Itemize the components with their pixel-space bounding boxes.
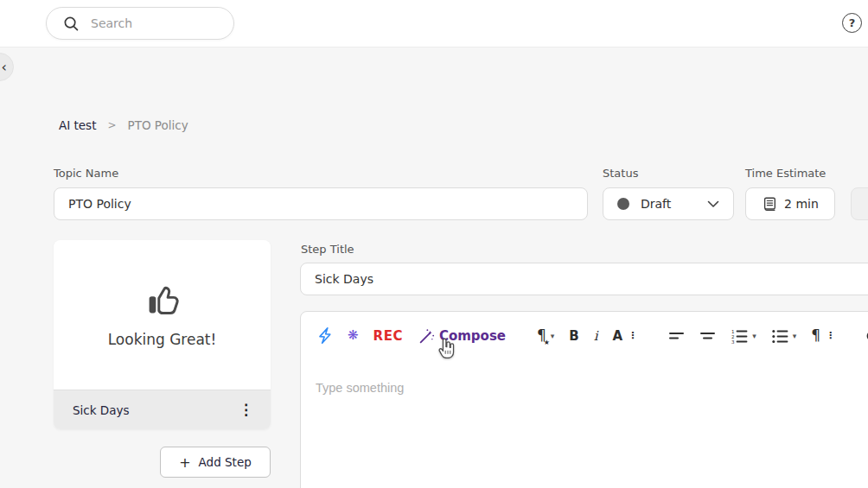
more-dots-icon: ⋮ [628, 330, 637, 341]
topic-name-input[interactable] [54, 187, 588, 220]
editor-toolbar: ❋ REC Compose [301, 312, 868, 348]
sidebar-collapse-button[interactable]: ‹ [0, 53, 14, 81]
numbered-list-icon: 1 2 3 [731, 328, 748, 344]
align-left-icon [668, 329, 685, 343]
help-button[interactable]: ? [842, 13, 862, 33]
text-format-icon: A [613, 328, 623, 344]
italic-button[interactable]: i [592, 326, 600, 345]
insert-link-button[interactable] [865, 327, 868, 345]
steps-panel: Looking Great! Sick Days ⋮ [54, 240, 271, 429]
thumbs-up-icon [144, 282, 181, 318]
steps-preview-card: Looking Great! [54, 240, 271, 390]
flower-burst-icon: ❋ [348, 329, 359, 342]
step-options-kebab-button[interactable]: ⋮ [233, 399, 258, 421]
text-format-button[interactable]: A ⋮ [611, 326, 640, 345]
bold-button[interactable]: B [567, 326, 580, 345]
editor-content-area[interactable]: Type something [301, 348, 868, 396]
search-input[interactable] [91, 16, 212, 30]
step-title-input[interactable] [300, 263, 868, 295]
time-estimate-label: Time Estimate [745, 167, 826, 180]
edge-partial-button[interactable] [851, 187, 868, 220]
compose-label: Compose [439, 328, 506, 344]
rich-text-editor: ❋ REC Compose [300, 311, 868, 488]
chevron-down-icon: ▾ [793, 332, 797, 340]
search-icon [63, 16, 80, 32]
record-label: REC [373, 328, 403, 344]
book-icon [762, 196, 777, 212]
search-bar[interactable] [46, 7, 234, 40]
time-estimate-button[interactable]: 2 min [745, 187, 835, 220]
paragraph-options-button[interactable]: ¶ ⋮ [809, 326, 837, 345]
chevron-down-icon [707, 200, 719, 208]
breadcrumb-parent-link[interactable]: AI test [59, 118, 96, 132]
svg-text:3: 3 [731, 339, 735, 344]
align-left-button[interactable] [667, 327, 686, 345]
breadcrumb-separator-icon: > [107, 119, 116, 131]
add-step-label: Add Step [199, 455, 252, 469]
topic-name-label: Topic Name [54, 167, 118, 180]
status-label: Status [603, 167, 638, 180]
time-estimate-value: 2 min [784, 197, 819, 211]
topic-editor-screen: ? ‹ AI test > PTO Policy Topic Name Stat… [0, 0, 868, 488]
topbar: ? [0, 0, 868, 48]
step-list-item-title: Sick Days [73, 403, 130, 417]
question-mark-icon: ? [849, 16, 856, 29]
chevron-left-icon: ‹ [2, 59, 7, 75]
quick-actions-button[interactable] [315, 325, 335, 346]
align-center-icon [699, 329, 716, 343]
status-value: Draft [641, 197, 671, 211]
status-dropdown[interactable]: Draft [603, 187, 734, 220]
more-dots-icon: ⋮ [826, 330, 835, 341]
editor-placeholder: Type something [316, 381, 404, 395]
bullet-list-button[interactable]: ▾ [769, 326, 799, 345]
lightning-bolt-icon [316, 326, 333, 345]
chevron-down-icon: ▾ [551, 332, 555, 340]
align-center-button[interactable] [698, 327, 718, 345]
step-title-label: Step Title [301, 243, 354, 256]
paragraph-format-icon: ¶ ★ [537, 328, 546, 343]
compose-button[interactable]: Compose [416, 326, 507, 346]
numbered-list-button[interactable]: 1 2 3 ▾ [729, 326, 758, 345]
chevron-down-icon: ▾ [752, 332, 756, 340]
steps-empty-state-message: Looking Great! [108, 331, 217, 348]
step-list-item-selected[interactable]: Sick Days ⋮ [54, 390, 271, 429]
magic-wand-icon [418, 327, 435, 345]
italic-icon: i [594, 328, 598, 344]
breadcrumb-current: PTO Policy [128, 118, 188, 132]
paragraph-icon: ¶ [811, 328, 820, 343]
add-step-button[interactable]: + Add Step [160, 447, 271, 478]
star-icon: ★ [544, 339, 550, 346]
bullet-list-icon [771, 328, 788, 344]
record-button[interactable]: REC [372, 326, 405, 345]
kebab-menu-icon: ⋮ [239, 402, 253, 418]
breadcrumb: AI test > PTO Policy [59, 118, 188, 132]
plus-icon: + [179, 454, 190, 471]
bold-icon: B [569, 328, 578, 344]
status-dot-icon [617, 198, 629, 210]
ai-flower-button[interactable]: ❋ [346, 327, 361, 344]
paragraph-format-button[interactable]: ¶ ★ ▾ [535, 326, 556, 345]
